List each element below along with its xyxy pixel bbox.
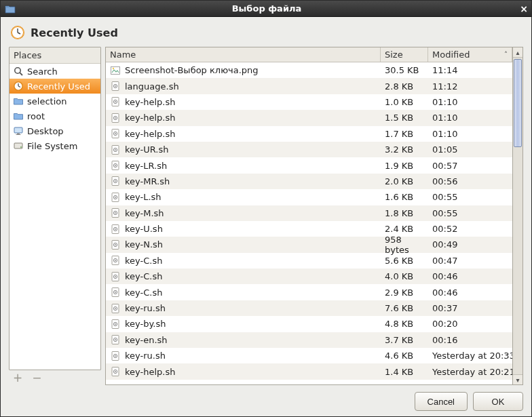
- add-bookmark-button[interactable]: +: [13, 372, 22, 384]
- svg-point-5: [15, 68, 20, 73]
- panes: Places SearchRecently UsedselectionrootD…: [9, 47, 523, 385]
- cell-name: key-en.sh: [106, 334, 381, 345]
- cell-name: key-C.sh: [106, 271, 381, 282]
- cell-modified: 00:20: [428, 319, 512, 329]
- column-header-modified[interactable]: Modified ˄: [428, 47, 512, 62]
- file-name: key-U.sh: [125, 224, 163, 234]
- cell-modified: 11:14: [428, 65, 512, 75]
- table-row[interactable]: Screenshot-Выбор ключа.png30.5 KB11:14: [106, 62, 512, 78]
- scroll-thumb[interactable]: [514, 59, 522, 147]
- cell-name: key-N.sh: [106, 239, 381, 250]
- cell-name: key-ru.sh: [106, 351, 381, 361]
- remove-bookmark-button[interactable]: −: [32, 372, 41, 384]
- svg-point-22: [115, 102, 116, 103]
- table-row[interactable]: key-ru.sh7.6 KB00:37: [106, 300, 512, 316]
- svg-point-64: [115, 323, 116, 325]
- file-list-body[interactable]: Screenshot-Выбор ключа.png30.5 KB11:14la…: [106, 62, 512, 384]
- file-name: key-UR.sh: [125, 144, 168, 155]
- table-row[interactable]: key-help.sh1.5 KB01:10: [106, 110, 512, 125]
- cell-name: language.sh: [106, 81, 381, 92]
- scroll-track[interactable]: [513, 58, 522, 374]
- table-row[interactable]: key-L.sh1.6 KB00:55: [106, 189, 512, 205]
- table-row[interactable]: language.sh2.8 KB11:12: [106, 78, 512, 94]
- cell-modified: 01:10: [428, 129, 512, 139]
- cell-modified: 00:56: [428, 176, 512, 186]
- svg-point-73: [115, 371, 116, 372]
- folder-icon: [13, 96, 24, 106]
- script-icon: [110, 144, 121, 155]
- column-header-size-label: Size: [385, 49, 403, 60]
- file-name: key-en.sh: [125, 335, 168, 345]
- cell-name: key-by.sh: [106, 319, 381, 330]
- sidebar-item-file-system[interactable]: File System: [10, 138, 100, 153]
- sidebar-item-root[interactable]: root: [10, 108, 100, 123]
- cell-name: key-C.sh: [106, 287, 381, 298]
- table-row[interactable]: key-M.sh1.8 KB00:55: [106, 205, 512, 221]
- cell-modified: 00:16: [428, 335, 512, 345]
- places-panel: Places SearchRecently UsedselectionrootD…: [9, 47, 101, 370]
- titlebar[interactable]: Выбор файла ×: [1, 1, 531, 17]
- sidebar-item-recently-used[interactable]: Recently Used: [10, 79, 100, 94]
- table-row[interactable]: key-N.sh958 bytes00:49: [106, 237, 512, 252]
- scroll-up-button[interactable]: ▴: [513, 47, 522, 58]
- desktop-icon: [13, 125, 24, 136]
- file-name: key-by.sh: [125, 319, 166, 329]
- script-icon: [110, 303, 121, 314]
- file-name: key-help.sh: [125, 113, 175, 123]
- script-icon: [110, 366, 121, 377]
- script-icon: [110, 239, 121, 250]
- script-icon: [110, 207, 121, 218]
- file-name: key-C.sh: [125, 287, 162, 298]
- scroll-down-button[interactable]: ▾: [513, 374, 522, 384]
- cell-name: key-help.sh: [106, 128, 381, 139]
- cell-size: 1.0 KB: [381, 97, 428, 107]
- sidebar: Places SearchRecently UsedselectionrootD…: [9, 47, 101, 385]
- table-row[interactable]: key-en.sh3.7 KB00:16: [106, 332, 512, 348]
- column-header-size[interactable]: Size: [381, 47, 428, 62]
- table-row[interactable]: key-C.sh5.6 KB00:47: [106, 253, 512, 269]
- script-icon: [110, 96, 121, 107]
- window-icon: [3, 2, 17, 16]
- table-row[interactable]: key-C.sh4.0 KB00:46: [106, 269, 512, 284]
- close-icon[interactable]: ×: [516, 3, 531, 14]
- table-row[interactable]: key-help.sh1.4 KBYesterday at 20:21: [106, 363, 512, 379]
- svg-point-37: [115, 181, 116, 182]
- cell-modified: 00:57: [428, 161, 512, 171]
- table-row[interactable]: key-help.sh1.0 KB01:10: [106, 94, 512, 110]
- table-row[interactable]: key-U.sh2.4 KB00:52: [106, 221, 512, 237]
- table-row[interactable]: key-C.sh2.9 KB00:46: [106, 284, 512, 300]
- table-row[interactable]: key-MR.sh2.0 KB00:56: [106, 174, 512, 189]
- cell-name: key-ru.sh: [106, 303, 381, 314]
- cell-modified: Yesterday at 20:33: [428, 351, 512, 361]
- cell-modified: Yesterday at 20:21: [428, 367, 512, 377]
- sidebar-item-selection[interactable]: selection: [10, 94, 100, 108]
- cell-name: key-U.sh: [106, 224, 381, 235]
- cell-size: 2.8 KB: [381, 81, 428, 92]
- cell-size: 3.2 KB: [381, 144, 428, 155]
- script-icon: [110, 224, 121, 235]
- window-title: Выбор файла: [17, 3, 516, 14]
- sidebar-item-desktop[interactable]: Desktop: [10, 123, 100, 138]
- table-row[interactable]: key-help.sh1.7 KB01:10: [106, 126, 512, 142]
- cell-size: 1.9 KB: [381, 161, 428, 171]
- file-name: key-help.sh: [125, 129, 175, 139]
- scrollbar-vertical[interactable]: ▴ ▾: [513, 47, 523, 385]
- table-row[interactable]: key-by.sh4.8 KB00:20: [106, 316, 512, 332]
- ok-button[interactable]: OK: [473, 392, 523, 411]
- cancel-button[interactable]: Cancel: [415, 392, 468, 411]
- dialog-buttons: Cancel OK: [9, 385, 523, 411]
- cell-modified: 00:46: [428, 271, 512, 281]
- search-icon: [13, 66, 24, 77]
- cell-size: 5.6 KB: [381, 256, 428, 266]
- column-header-name[interactable]: Name: [106, 47, 381, 62]
- table-row[interactable]: key-LR.sh1.9 KB00:57: [106, 157, 512, 173]
- table-row[interactable]: key-ru.sh4.6 KBYesterday at 20:33: [106, 348, 512, 363]
- file-name: key-N.sh: [125, 239, 163, 250]
- svg-point-49: [115, 244, 116, 245]
- places-header[interactable]: Places: [10, 47, 100, 64]
- table-row[interactable]: key-UR.sh3.2 KB01:05: [106, 142, 512, 157]
- sidebar-item-search[interactable]: Search: [10, 64, 100, 79]
- sidebar-item-label: Desktop: [27, 126, 64, 136]
- cell-modified: 00:55: [428, 208, 512, 218]
- file-name: language.sh: [125, 81, 179, 92]
